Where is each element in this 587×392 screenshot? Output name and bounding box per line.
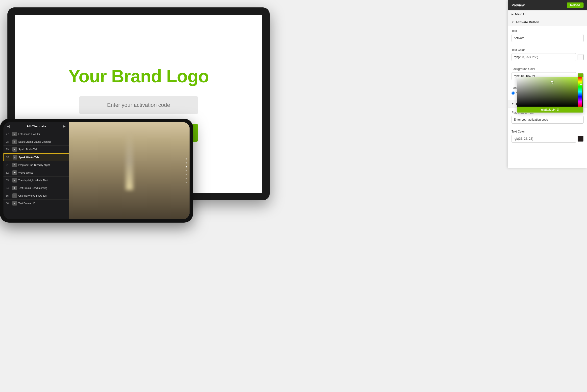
channel-list-title: All Channels [27,124,46,128]
channel-icon: S [12,140,17,144]
activate-button-section-header[interactable]: ▼ Activate Button [508,18,587,26]
channel-icon: S [12,147,17,152]
dot-2 [186,162,187,164]
color-selector-dot [551,81,553,84]
dot-5 [186,174,187,175]
color-picker-value: rgb(118, 184, 2) [541,108,559,111]
phone-video-content [69,122,190,219]
channel-icon: T [12,186,17,190]
channel-num: 36 [6,202,11,205]
text-color2-section: Text Color [508,127,587,146]
channel-item-35[interactable]: 35 C Channel Works Show Test [4,192,69,200]
text-color-swatch[interactable] [577,54,583,60]
activate-button-section-label: Activate Button [515,20,539,24]
channel-item-31[interactable]: 31 P Program One Tuesday Night [4,161,69,169]
main-ui-section-header[interactable]: ▶ Main UI [508,10,587,18]
text-input[interactable] [511,34,583,42]
channel-list: 27 L Let's make it Works 28 S Spark Dram… [4,130,69,207]
channel-icon: C [12,194,17,198]
main-ui-arrow: ▶ [511,13,513,16]
phone-sidebar-header: ◀ All Channels ▶ [4,122,69,130]
phone-screen: ◀ All Channels ▶ 27 L Let's make it Work… [4,122,190,219]
channel-num: 32 [6,172,11,174]
placeholder-text-input[interactable] [511,116,583,124]
channel-num: 31 [6,164,11,166]
phone-device: ◀ All Channels ▶ 27 L Let's make it Work… [0,119,193,222]
channel-item-28[interactable]: 28 S Spark Drama Drama Channel [4,138,69,146]
channel-icon: T [12,201,17,206]
dot-4 [186,170,187,172]
channel-item-27[interactable]: 27 L Let's make it Works [4,130,69,138]
brand-logo: Your Brand Logo [68,66,209,86]
channel-name: Spark Studio Talk [18,148,38,151]
color-hue-bar[interactable] [578,77,582,106]
next-channel-arrow[interactable]: ▶ [63,124,66,128]
channel-item-36[interactable]: 36 T Test Drama HD [4,200,69,207]
channel-item-33[interactable]: 33 T Tuesday Night What's Next [4,176,69,184]
channel-name: Tuesday Night What's Next [18,179,48,182]
text-color-label: Text Color [511,48,583,52]
text-color2-row [511,135,583,143]
preview-header: Preview Reload [508,0,587,10]
channel-name: Spark Drama Drama Channel [18,140,51,143]
dot-6 [186,178,187,179]
color-picker-popup: rgb(118, 184, 2) [517,77,583,113]
channel-item-32[interactable]: 32 W Works Works [4,169,69,176]
reload-button[interactable]: Reload [567,2,583,8]
text-field-label: Text [511,29,583,33]
channel-icon: P [12,163,17,167]
channel-num: 34 [6,187,11,190]
channel-name: Test Drama Good morning [18,187,47,190]
preview-title: Preview [511,3,525,7]
text-color2-label: Text Color [511,130,583,133]
dot-7 [186,182,187,183]
dot-3 [186,166,187,168]
normal-radio[interactable] [511,92,515,95]
channel-num: 27 [6,133,11,136]
channel-item-34[interactable]: 34 T Test Drama Good morning [4,184,69,192]
preview-body: ▶ Main UI ▼ Activate Button Text Text Co… [508,10,587,168]
preview-panel: Preview Reload ▶ Main UI ▼ Activate Butt… [508,0,587,168]
channel-num: 29 [6,148,11,151]
channel-name: Works Works [18,172,33,174]
channel-name: Test Drama HD [18,202,35,205]
text-color-input[interactable] [511,53,576,61]
prev-channel-arrow[interactable]: ◀ [7,124,10,128]
phone-scroll-dots [186,158,187,183]
text-color2-swatch[interactable] [577,136,583,142]
dot-1 [186,158,187,160]
channel-icon: S [13,155,17,160]
activation-input[interactable] [79,96,198,114]
channel-icon: W [12,170,17,175]
color-picker-gradient-area[interactable] [517,77,583,106]
text-section: Text [508,26,587,45]
color-picker-bottom-bar: rgb(118, 184, 2) [517,106,583,112]
main-ui-label: Main UI [515,12,526,16]
channel-icon: L [12,132,17,136]
channel-item-29[interactable]: 29 S Spark Studio Talk [4,146,69,153]
text-color-section: Text Color [508,45,587,64]
video-background [69,122,190,219]
text-field-arrow: ▼ [511,102,514,105]
channel-item-30[interactable]: 30 S Spark Works Talk [4,153,69,161]
channel-name: Channel Works Show Test [18,194,47,197]
bg-color-label: Background Color [511,67,583,71]
channel-name: Program One Tuesday Night [18,164,50,166]
phone-sidebar: ◀ All Channels ▶ 27 L Let's make it Work… [4,122,69,219]
color-hue-handle [579,84,582,85]
color-gradient-black [517,77,583,106]
text-color2-input[interactable] [511,135,576,143]
activate-button-arrow: ▼ [511,21,514,24]
channel-num: 35 [6,194,11,197]
light-beam [126,132,133,190]
text-color-row [511,53,583,61]
channel-name: Let's make it Works [18,133,40,136]
channel-icon: T [12,178,17,182]
channel-num: 30 [6,156,11,159]
channel-name: Spark Works Talk [19,156,39,159]
channel-num: 33 [6,179,11,182]
channel-num: 28 [6,140,11,143]
